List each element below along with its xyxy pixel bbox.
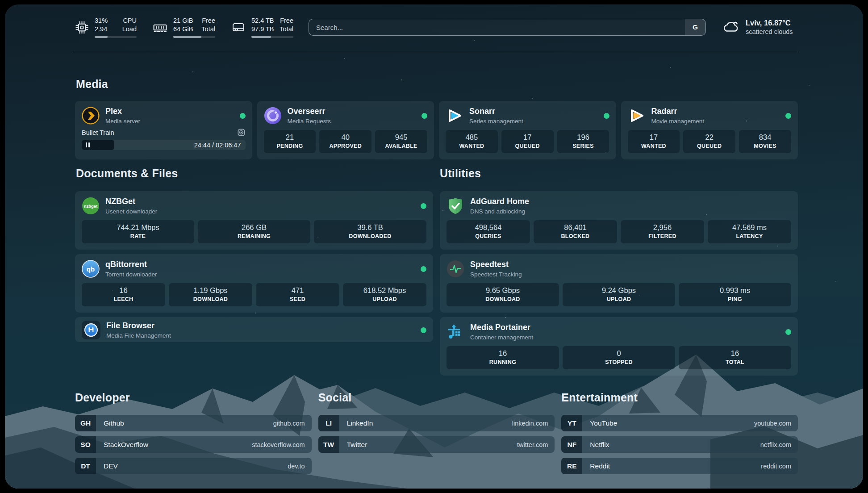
stat-label: BLOCKED bbox=[534, 233, 616, 240]
qbittorrent-icon: qb bbox=[82, 260, 100, 278]
memory-stat: 21 GiB 64 GiB Free Total bbox=[153, 17, 215, 38]
link-url: twitter.com bbox=[517, 441, 548, 448]
stat-value: 0 bbox=[563, 348, 674, 359]
playback-progress-bar[interactable]: 24:44 / 02:06:47 bbox=[82, 140, 246, 150]
stat-tile: 17 WANTED bbox=[628, 130, 680, 153]
stat-value: 744.21 Mbps bbox=[83, 222, 193, 233]
card-title: AdGuard Home bbox=[470, 197, 529, 207]
stat-value: 17 bbox=[502, 132, 553, 142]
weather-widget: Lviv, 16.87°C scattered clouds bbox=[721, 18, 798, 37]
cpu-chip-icon bbox=[75, 21, 89, 34]
link-abbr: TW bbox=[318, 436, 339, 453]
memory-progress-fill bbox=[173, 36, 201, 38]
svg-text:qb: qb bbox=[87, 265, 95, 273]
radarr-icon bbox=[628, 107, 646, 125]
now-playing-icon bbox=[237, 128, 246, 137]
stat-label: FILTERED bbox=[622, 233, 703, 240]
top-bar: 31% 2.94 CPU Load bbox=[75, 14, 798, 40]
status-online-dot bbox=[785, 113, 791, 119]
card-speedtest[interactable]: Speedtest Speedtest Tracking 9.65 Gbps D… bbox=[440, 254, 798, 313]
cloud-icon bbox=[721, 18, 740, 37]
stat-value: 945 bbox=[376, 132, 426, 142]
stat-tile: 16 TOTAL bbox=[679, 346, 791, 369]
cpu-percent: 31% bbox=[95, 17, 108, 25]
card-overseerr[interactable]: Overseerr Media Requests 21 PENDING 40 A… bbox=[257, 101, 434, 159]
cpu-load-value: 2.94 bbox=[95, 25, 108, 33]
plex-icon bbox=[82, 107, 100, 125]
stat-label: QUEUED bbox=[684, 142, 734, 150]
topbar-divider bbox=[72, 52, 798, 52]
card-title: File Browser bbox=[106, 321, 171, 331]
disk-free-label: Free bbox=[280, 17, 293, 25]
search-engine-button[interactable]: G bbox=[685, 19, 705, 35]
stat-tile: 1.19 Gbps DOWNLOAD bbox=[169, 283, 252, 306]
playback-time: 24:44 / 02:06:47 bbox=[194, 140, 241, 150]
link-row-netflix[interactable]: NF Netflix netflix.com bbox=[561, 436, 798, 453]
stat-tile: 9.65 Gbps DOWNLOAD bbox=[447, 283, 559, 306]
status-online-dot bbox=[785, 329, 791, 335]
stat-tile: 618.52 Mbps UPLOAD bbox=[343, 283, 426, 306]
pause-icon[interactable] bbox=[88, 142, 90, 147]
link-row-dev[interactable]: DT DEV dev.to bbox=[75, 458, 312, 474]
link-url: dev.to bbox=[288, 463, 305, 470]
stat-label: SEED bbox=[257, 296, 338, 303]
overseerr-icon bbox=[264, 107, 282, 125]
link-row-github[interactable]: GH Github github.com bbox=[75, 415, 312, 431]
card-title: NZBGet bbox=[105, 197, 157, 207]
stat-tile: 196 SERIES bbox=[557, 130, 609, 153]
stat-tile: 40 APPROVED bbox=[319, 130, 371, 153]
stat-value: 498,564 bbox=[447, 222, 529, 233]
section-heading-utilities: Utilities bbox=[440, 167, 481, 180]
card-qbittorrent[interactable]: qb qBittorrent Torrent downloader 16 LEE… bbox=[75, 254, 433, 313]
stat-label: LEECH bbox=[83, 296, 164, 303]
card-plex[interactable]: Plex Media server Bullet Train bbox=[75, 101, 252, 159]
link-row-linkedin[interactable]: LI LinkedIn linkedin.com bbox=[318, 415, 555, 431]
link-url: reddit.com bbox=[761, 463, 791, 470]
cpu-label: CPU bbox=[123, 17, 137, 25]
memory-total-label: Total bbox=[201, 25, 215, 33]
stat-value: 9.24 Gbps bbox=[563, 285, 674, 296]
stat-label: SERIES bbox=[558, 142, 609, 150]
card-sonarr[interactable]: Sonarr Series management 485 WANTED 17 Q… bbox=[439, 101, 616, 159]
link-row-stackoverflow[interactable]: SO StackOverflow stackoverflow.com bbox=[75, 436, 312, 453]
section-heading-documents: Documents & Files bbox=[76, 167, 178, 180]
disk-total-label: Total bbox=[280, 25, 293, 33]
card-nzbget[interactable]: nzbget NZBGet Usenet downloader 744.21 M… bbox=[75, 191, 433, 250]
card-portainer[interactable]: Media Portainer Container management 16 … bbox=[440, 317, 798, 376]
link-name: DEV bbox=[104, 462, 118, 470]
stat-value: 21 bbox=[265, 132, 315, 142]
system-stats: 31% 2.94 CPU Load bbox=[75, 17, 293, 38]
search-bar[interactable]: G bbox=[309, 19, 706, 36]
stat-value: 618.52 Mbps bbox=[344, 285, 426, 296]
search-input[interactable] bbox=[309, 19, 685, 35]
link-row-twitter[interactable]: TW Twitter twitter.com bbox=[318, 436, 555, 453]
link-abbr: GH bbox=[75, 415, 96, 431]
link-name: Github bbox=[104, 419, 124, 427]
pause-icon[interactable] bbox=[86, 142, 87, 147]
social-links: Social LI LinkedIn linkedin.com TW Twitt… bbox=[318, 391, 555, 479]
link-url: stackoverflow.com bbox=[252, 441, 305, 448]
cpu-stat: 31% 2.94 CPU Load bbox=[75, 17, 137, 38]
card-radarr[interactable]: Radarr Movie management 17 WANTED 22 QUE… bbox=[621, 101, 798, 159]
link-row-reddit[interactable]: RE Reddit reddit.com bbox=[561, 458, 798, 474]
link-name: Twitter bbox=[347, 441, 367, 449]
link-abbr: YT bbox=[561, 415, 582, 431]
link-row-youtube[interactable]: YT YouTube youtube.com bbox=[561, 415, 798, 431]
disk-total-value: 97.9 TB bbox=[251, 25, 274, 33]
stat-tile: 22 QUEUED bbox=[683, 130, 735, 153]
stat-label: QUERIES bbox=[447, 233, 529, 240]
card-title: Media Portainer bbox=[470, 323, 533, 333]
card-subtitle: Media File Management bbox=[106, 332, 171, 339]
stat-label: DOWNLOAD bbox=[170, 296, 251, 303]
stat-tile: 744.21 Mbps RATE bbox=[82, 220, 194, 243]
card-subtitle: DNS and adblocking bbox=[470, 208, 529, 215]
card-filebrowser[interactable]: File Browser Media File Management bbox=[75, 317, 433, 342]
card-adguard[interactable]: AdGuard Home DNS and adblocking 498,564 … bbox=[440, 191, 798, 250]
card-title: Plex bbox=[105, 107, 140, 117]
ram-icon bbox=[153, 20, 167, 35]
card-title: Radarr bbox=[651, 107, 705, 117]
stat-value: 834 bbox=[740, 132, 790, 142]
link-url: linkedin.com bbox=[512, 420, 548, 427]
stat-tile: 9.24 Gbps UPLOAD bbox=[563, 283, 675, 306]
stat-value: 16 bbox=[680, 348, 790, 359]
